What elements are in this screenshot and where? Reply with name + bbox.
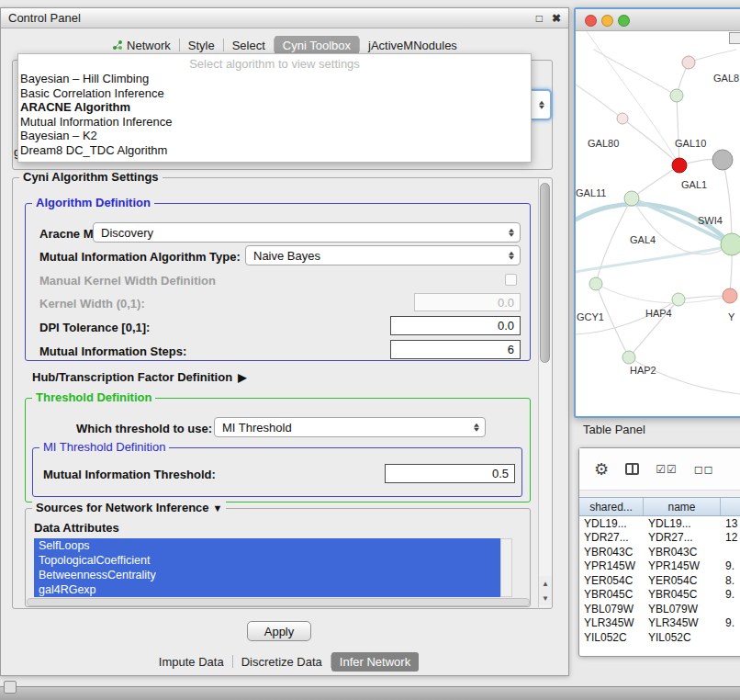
zoom-traffic-icon[interactable]: [618, 15, 630, 27]
network-node-label: GAL11: [576, 187, 606, 198]
dropdown-item[interactable]: Mutual Information Inference: [18, 115, 531, 130]
table-toolbar: ⚙ ☑☑ ◻◻: [579, 448, 740, 491]
manual-kernel-checkbox[interactable]: [505, 274, 517, 286]
kernel-width-field[interactable]: 0.0: [414, 293, 521, 311]
algorithm-dropdown-popup: Select algorithm to view settings Bayesi…: [17, 53, 532, 163]
hub-definition-label: Hub/Transcription Factor Definition: [32, 370, 232, 384]
close-traffic-icon[interactable]: [585, 15, 597, 27]
table-cell: YBL079W: [579, 603, 644, 615]
table-cell: 13: [721, 517, 740, 530]
tab-select[interactable]: Select: [224, 36, 274, 55]
dpi-tolerance-field[interactable]: 0.0: [390, 316, 521, 335]
network-window-titlebar[interactable]: [576, 9, 740, 31]
attribute-list-item[interactable]: gal4RGexp: [34, 582, 500, 597]
network-edge: [596, 198, 632, 284]
network-tab-icon: [112, 40, 123, 51]
network-corner-widget-icon[interactable]: [729, 32, 740, 44]
network-edge: [629, 357, 740, 394]
network-node[interactable]: [721, 233, 740, 255]
network-node-label: Y: [728, 311, 735, 322]
column-header-shared[interactable]: shared...: [579, 498, 644, 515]
hub-definition-toggle[interactable]: Hub/Transcription Factor Definition ▶: [32, 370, 246, 384]
table-row[interactable]: YBR045CYBR045C9.: [579, 588, 740, 603]
mi-threshold-field[interactable]: 0.5: [385, 464, 515, 483]
column-header-clipped[interactable]: [721, 498, 740, 515]
corner-widget-icon[interactable]: [4, 681, 17, 694]
attribute-list-vscrollbar[interactable]: [500, 538, 512, 597]
tab-infer-network[interactable]: Infer Network: [331, 652, 419, 672]
network-node[interactable]: [670, 89, 683, 102]
network-node[interactable]: [712, 150, 733, 170]
which-threshold-select[interactable]: MI Threshold: [214, 417, 486, 437]
network-node[interactable]: [617, 113, 628, 124]
scroll-down-icon[interactable]: ▼: [538, 591, 552, 605]
minimize-icon[interactable]: □: [536, 12, 543, 25]
network-node[interactable]: [682, 56, 695, 69]
table-row[interactable]: YBL079WYBL079W: [579, 602, 740, 616]
settings-scrollbar-thumb[interactable]: [540, 183, 550, 363]
table-row[interactable]: YDR27...YDR27...12: [579, 531, 740, 546]
table-row[interactable]: YPR145WYPR145W9.: [579, 559, 740, 574]
network-edge: [576, 85, 622, 119]
dropdown-item[interactable]: Bayesian – K2: [18, 129, 531, 143]
network-node[interactable]: [622, 351, 635, 364]
mi-type-select[interactable]: Naive Bayes: [245, 245, 521, 265]
close-icon[interactable]: ✖: [552, 12, 561, 25]
column-header-name[interactable]: name: [644, 498, 721, 515]
network-node-label: GAL1: [681, 179, 707, 190]
gear-icon[interactable]: ⚙: [594, 459, 609, 480]
network-edge: [596, 284, 730, 303]
dropdown-item[interactable]: Basic Correlation Inference: [18, 86, 531, 101]
table-row[interactable]: YBR043CYBR043C: [579, 545, 740, 559]
tab-impute-data[interactable]: Impute Data: [151, 652, 232, 672]
select-all-checks-icon[interactable]: ☑☑: [656, 463, 678, 476]
table-row[interactable]: YLR345WYLR345W9.: [579, 616, 740, 631]
minimize-traffic-icon[interactable]: [601, 15, 613, 27]
tab-style[interactable]: Style: [180, 36, 223, 55]
network-svg[interactable]: GAL8GAL80GAL10GAL11GAL1SWI4GAL4GCY1HAP4Y…: [576, 31, 740, 416]
table-row[interactable]: YDL19...YDL19...13: [579, 516, 740, 531]
network-node[interactable]: [672, 158, 687, 173]
mi-steps-field[interactable]: 6: [390, 340, 521, 359]
control-panel-window: Control Panel □ ✖ Network Style Select C…: [0, 7, 569, 676]
tab-label: Discretize Data: [241, 655, 322, 669]
attribute-list-item[interactable]: BetweennessCentrality: [34, 568, 500, 582]
which-threshold-value: MI Threshold: [222, 421, 292, 435]
kernel-width-value: 0.0: [498, 296, 514, 310]
scroll-up-icon[interactable]: ▲: [538, 576, 552, 591]
network-node[interactable]: [672, 293, 685, 306]
dropdown-item[interactable]: Bayesian – Hill Climbing: [18, 72, 531, 86]
table-row[interactable]: YER054CYER054C8.: [579, 573, 740, 588]
network-node[interactable]: [624, 191, 639, 206]
deselect-all-icon[interactable]: ◻◻: [694, 463, 714, 476]
sources-group-title[interactable]: Sources for Network Inference ▼: [32, 501, 226, 514]
network-node[interactable]: [723, 288, 737, 303]
table-row[interactable]: YIL052CYIL052C: [579, 630, 740, 645]
network-edge: [723, 160, 732, 244]
dropdown-placeholder: Select algorithm to view settings: [18, 57, 531, 72]
table-cell: 12: [721, 531, 740, 544]
network-view-window: GAL8GAL80GAL10GAL11GAL1SWI4GAL4GCY1HAP4Y…: [574, 7, 740, 418]
mi-threshold-group-title: MI Threshold Definition: [39, 440, 169, 454]
control-panel-titlebar[interactable]: Control Panel □ ✖: [1, 8, 568, 28]
mi-steps-label: Mutual Information Steps:: [39, 344, 186, 358]
attribute-list-item[interactable]: TopologicalCoefficient: [34, 553, 500, 568]
dpi-tolerance-label: DPI Tolerance [0,1]:: [39, 321, 150, 334]
dropdown-item[interactable]: Dream8 DC_TDC Algorithm: [18, 143, 531, 158]
kernel-width-label: Kernel Width (0,1):: [39, 297, 145, 310]
aracne-mode-select[interactable]: Discovery: [93, 222, 521, 243]
tab-network[interactable]: Network: [104, 36, 179, 55]
dropdown-item-selected[interactable]: ARACNE Algorithm: [18, 100, 531, 115]
tab-cyni-toolbox[interactable]: Cyni Toolbox: [275, 36, 359, 55]
attribute-list-item[interactable]: SelfLoops: [34, 538, 500, 553]
dpi-tolerance-value: 0.0: [498, 319, 514, 333]
attribute-list-hscrollbar[interactable]: [27, 598, 530, 606]
combo-arrows-icon: [539, 99, 544, 111]
network-node[interactable]: [589, 277, 602, 290]
table-cell: YBR043C: [644, 546, 721, 559]
manual-kernel-label: Manual Kernel Width Definition: [39, 274, 216, 288]
columns-icon[interactable]: [625, 463, 639, 475]
apply-button[interactable]: Apply: [247, 621, 311, 641]
tab-discretize-data[interactable]: Discretize Data: [233, 652, 331, 672]
tab-jactivemnodules[interactable]: jActiveMNodules: [360, 36, 465, 55]
